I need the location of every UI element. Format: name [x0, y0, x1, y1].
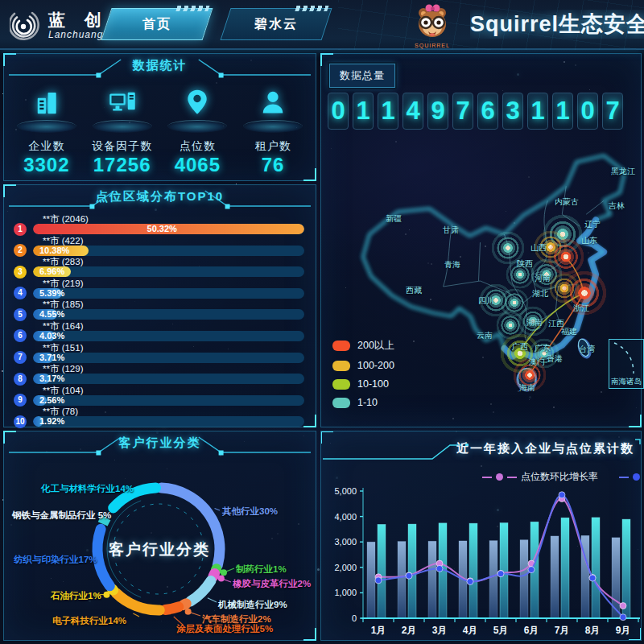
bar-line: 83.17% — [14, 374, 304, 384]
map-legend-item[interactable]: 10-100 — [332, 378, 394, 390]
bar-track: 4.55% — [33, 309, 304, 320]
device-icon — [107, 88, 138, 117]
data-total-badge: 数据总量 — [329, 64, 395, 88]
legend-swatch — [332, 379, 350, 390]
icon-pedestal — [17, 120, 76, 133]
donut-segment-label: 电子科技行业14% — [52, 615, 126, 627]
province-label: 西藏 — [406, 285, 422, 296]
table-row[interactable]: **市 (164)64.03% — [14, 321, 304, 343]
legend-label: 1-10 — [357, 397, 378, 408]
map-legend-item[interactable]: 100-200 — [332, 360, 394, 371]
person-icon — [258, 88, 287, 117]
donut-segment-label: 化工与材料学行业14% — [41, 483, 134, 495]
table-row[interactable]: **市 (219)45.39% — [14, 279, 304, 300]
counter-digit: 7 — [602, 93, 623, 130]
donut-segment-label: 机械制造行业9% — [218, 599, 287, 611]
svg-text:0: 0 — [352, 613, 357, 623]
table-row[interactable]: **市 (78)101.92% — [14, 407, 304, 428]
table-row[interactable]: **市 (2046)150.32% — [14, 214, 304, 236]
svg-text:3月: 3月 — [432, 625, 448, 636]
rank-badge: 9 — [14, 394, 27, 407]
province-label: 新疆 — [386, 213, 402, 225]
bar-line: 101.92% — [14, 416, 304, 427]
legend-dot — [633, 473, 640, 481]
legend-item-point-growth-rate[interactable]: 点位数环比增长率 — [482, 470, 598, 484]
bar-line: 64.03% — [14, 331, 304, 341]
rank-badge: 6 — [14, 329, 27, 342]
bar-value-label: 50.32% — [147, 224, 177, 234]
main-nav-tabs: 首页 碧水云 — [106, 8, 327, 40]
rank-badge: 2 — [14, 244, 27, 257]
bar-track: 4.03% — [33, 331, 304, 341]
province-label: 四川 — [478, 295, 494, 307]
counter-digit: 4 — [402, 93, 423, 130]
stat-device-factor-count: 设备因子数 17256 — [87, 85, 158, 176]
panel-header: 点位区域分布TOP10 — [4, 185, 316, 211]
table-row[interactable]: **市 (104)92.56% — [14, 386, 304, 407]
data-total-counter: 011497631107 — [328, 93, 623, 130]
bar-value-label: 3.17% — [39, 374, 64, 384]
svg-text:2月: 2月 — [402, 625, 417, 636]
svg-text:1,000: 1,000 — [334, 588, 357, 597]
province-label: 澳门 — [529, 357, 545, 368]
bar-value-label: 3.71% — [39, 353, 64, 363]
stat-value: 76 — [237, 154, 308, 176]
rank-badge: 8 — [14, 373, 27, 386]
svg-text:1月: 1月 — [371, 625, 386, 636]
svg-text:5,000: 5,000 — [334, 486, 357, 496]
table-row[interactable]: **市 (283)36.96% — [14, 257, 304, 279]
svg-text:7月: 7月 — [555, 625, 570, 636]
stat-label: 企业数 — [11, 139, 82, 154]
bar-line: 210.38% — [14, 246, 304, 256]
map-legend-item[interactable]: 200以上 — [332, 339, 394, 353]
province-label: 云南 — [477, 330, 493, 341]
trend-header: 近一年接入企业与点位累计数 — [321, 435, 642, 464]
table-row[interactable]: **市 (185)54.55% — [14, 299, 304, 321]
page-title: Squirrel生态安全云平台 — [470, 10, 644, 39]
legend-swatch — [332, 341, 350, 351]
table-row[interactable]: **市 (151)73.71% — [14, 343, 304, 365]
rank-badge: 10 — [14, 415, 27, 428]
rank-badge: 1 — [14, 223, 27, 236]
map-legend: 200以上100-20010-1001-10 — [332, 332, 394, 408]
province-label: 甘肃 — [443, 225, 459, 236]
logo-subtitle: Lanchuang — [48, 29, 109, 40]
counter-digit: 9 — [427, 93, 448, 130]
bar-line: 73.71% — [14, 353, 304, 363]
squirrel-mascot-icon — [411, 3, 453, 42]
stats-panel-title: 数据统计 — [133, 54, 188, 73]
top10-bar-list: **市 (2046)150.32%**市 (422)210.38%**市 (28… — [14, 214, 304, 428]
rank-badge: 4 — [14, 287, 27, 299]
bar-track: 2.56% — [33, 395, 304, 406]
stat-tenant-count: 租户数 76 — [237, 85, 308, 176]
table-row[interactable]: **市 (129)83.17% — [14, 364, 304, 386]
table-row[interactable]: **市 (422)210.38% — [14, 236, 304, 258]
inset-label: 南海诸岛 — [611, 377, 642, 387]
province-label: 广西 — [512, 341, 528, 353]
map-legend-item[interactable]: 1-10 — [332, 397, 394, 408]
bar-line: 150.32% — [14, 224, 304, 234]
svg-text:8月: 8月 — [585, 625, 601, 636]
icon-pedestal — [243, 120, 303, 133]
panel-customer-industry: 客户行业分类 其他行业30%制药行业1%橡胶与皮革行业2%机械制造行业9%汽车制… — [3, 431, 316, 641]
panel-data-statistics: 数据统计 企业数 3302 设备因子数 17256 — [3, 53, 316, 181]
bar-track: 5.39% — [33, 288, 304, 299]
tab-bishuiyun[interactable]: 碧水云 — [221, 8, 332, 40]
legend-swatch — [332, 398, 350, 408]
province-label: 辽宁 — [584, 219, 601, 230]
china-map: 黑龙江吉林辽宁内蒙古新疆甘肃青海西藏山西陕西河南山东湖北四川云南湖南江西浙江福建… — [321, 138, 642, 427]
legend-item-clipped[interactable] — [619, 473, 642, 481]
icon-pedestal — [167, 120, 227, 133]
donut-segment-label: 制药行业1% — [236, 564, 287, 576]
counter-digit: 7 — [452, 93, 473, 130]
bar-track: 10.38% — [33, 246, 304, 256]
tab-home[interactable]: 首页 — [101, 8, 213, 40]
province-label: 台湾 — [579, 344, 595, 355]
bar-line: 36.96% — [14, 266, 304, 277]
province-label: 山东 — [581, 235, 597, 246]
counter-digit: 1 — [378, 93, 398, 130]
bar-track: 1.92% — [33, 416, 304, 427]
donut-segment-label: 石油行业1% — [51, 590, 101, 602]
nine-dash-line — [609, 340, 643, 377]
bar-value-label: 1.92% — [39, 416, 64, 427]
